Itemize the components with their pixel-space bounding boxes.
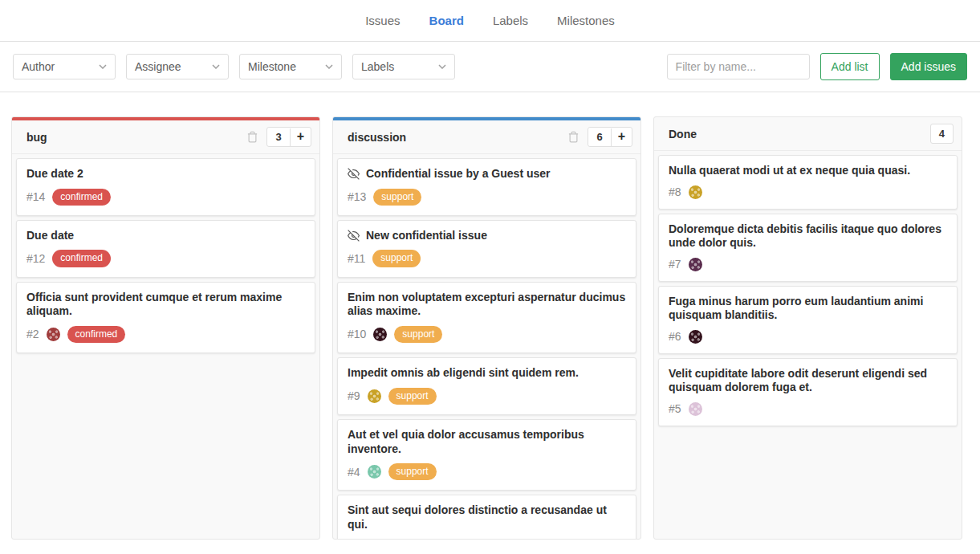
add-issue-to-list-button[interactable]: + [290, 128, 311, 146]
issue-id: #5 [669, 402, 681, 415]
issue-card[interactable]: Due date 2 #14 confirmed [16, 158, 315, 216]
issue-card[interactable]: Confidential issue by a Guest user #13 s… [337, 158, 636, 216]
label-badge[interactable]: support [372, 250, 421, 267]
board-list-discussion: discussion 6 + Confidential issue by a G… [332, 116, 641, 540]
label-badge[interactable]: support [388, 388, 437, 405]
label-badge[interactable]: confirmed [52, 189, 111, 206]
assignee-avatar[interactable] [368, 465, 381, 479]
issue-count-badge: 4 [931, 124, 953, 143]
delete-list-button[interactable] [246, 131, 258, 143]
issue-card[interactable]: Aut et vel quia dolor accusamus temporib… [337, 419, 636, 491]
assignee-avatar[interactable] [689, 258, 702, 271]
list-cards: Due date 2 #14 confirmed Due date #12 co… [12, 154, 319, 539]
issue-card[interactable]: Nulla quaerat modi ut at ex neque quia q… [658, 155, 958, 210]
board-list-bug: bug 3 + Due date 2 #14 confirmed D [11, 116, 320, 540]
labels-dropdown[interactable]: Labels [352, 54, 455, 79]
issue-title: Velit cupiditate labore odit deserunt el… [669, 367, 947, 395]
trash-icon [246, 131, 258, 143]
chevron-down-icon [99, 64, 107, 69]
chevron-down-icon [438, 64, 446, 69]
project-tabs: Issues Board Labels Milestones [0, 0, 980, 42]
issue-title: Enim non voluptatem excepturi aspernatur… [348, 291, 626, 319]
issue-card[interactable]: Impedit omnis ab eligendi sint quidem re… [337, 357, 636, 415]
label-badge[interactable]: support [388, 463, 437, 480]
list-title: discussion [341, 131, 406, 144]
issue-id: #11 [348, 252, 365, 265]
chevron-down-icon [212, 64, 220, 69]
issue-title: Aut et vel quia dolor accusamus temporib… [348, 428, 626, 456]
issue-id: #9 [348, 389, 360, 402]
assignee-avatar[interactable] [373, 328, 387, 341]
list-title: bug [20, 131, 47, 144]
assignee-avatar[interactable] [368, 389, 381, 403]
tab-board[interactable]: Board [425, 10, 469, 31]
issue-title: Doloremque dicta debitis facilis itaque … [669, 222, 947, 251]
issue-card[interactable]: Fuga minus harum porro eum laudantium an… [658, 286, 958, 354]
board-filter-bar: Author Assignee Milestone Labels Add lis… [0, 42, 980, 92]
issue-id: #6 [669, 330, 681, 343]
issue-card[interactable]: Due date #12 confirmed [16, 220, 315, 278]
label-badge[interactable]: confirmed [52, 250, 111, 267]
issue-id: #4 [348, 466, 360, 479]
issue-title: Due date 2 [26, 167, 305, 181]
issue-title: New confidential issue [348, 229, 626, 243]
issue-board: bug 3 + Due date 2 #14 confirmed D [0, 92, 980, 553]
filter-by-name-input[interactable] [667, 54, 810, 79]
assignee-avatar[interactable] [689, 330, 702, 344]
add-issue-to-list-button[interactable]: + [611, 128, 632, 146]
list-header: bug 3 + [12, 120, 319, 154]
issue-count-badge: 3 [267, 128, 289, 146]
list-header: Done 4 [654, 117, 962, 151]
issue-title: Fuga minus harum porro eum laudantium an… [669, 295, 947, 323]
issue-id: #2 [26, 328, 39, 340]
label-badge[interactable]: confirmed [67, 326, 126, 343]
issue-id: #7 [669, 258, 681, 271]
issue-card[interactable]: New confidential issue #11 support [337, 220, 636, 278]
trash-icon [567, 131, 579, 143]
issue-card[interactable]: Officia sunt provident cumque et rerum m… [16, 282, 315, 353]
tab-milestones[interactable]: Milestones [552, 10, 620, 31]
list-cards: Confidential issue by a Guest user #13 s… [333, 154, 640, 539]
add-issues-button[interactable]: Add issues [890, 53, 967, 80]
add-list-button[interactable]: Add list [820, 53, 880, 80]
issue-id: #13 [348, 190, 366, 203]
list-count-group: 4 [930, 124, 954, 144]
list-count-group: 3 + [266, 127, 311, 147]
issue-count-badge: 6 [588, 128, 610, 146]
board-list-done: Done 4 Nulla quaerat modi ut at ex neque… [653, 116, 962, 540]
label-badge[interactable]: support [373, 189, 421, 206]
issue-title: Sint aut sequi dolores distinctio a recu… [348, 503, 626, 532]
delete-list-button[interactable] [567, 131, 579, 143]
confidential-icon [348, 230, 360, 242]
label-badge[interactable]: support [394, 326, 442, 343]
author-dropdown[interactable]: Author [13, 54, 116, 79]
issue-title: Impedit omnis ab eligendi sint quidem re… [348, 366, 626, 381]
list-header: discussion 6 + [333, 120, 640, 154]
list-title: Done [662, 128, 697, 141]
assignee-avatar[interactable] [689, 185, 702, 199]
issue-card[interactable]: Enim non voluptatem excepturi aspernatur… [337, 282, 636, 353]
assignee-avatar[interactable] [689, 402, 702, 416]
tab-labels[interactable]: Labels [488, 10, 533, 31]
issue-id: #12 [26, 252, 45, 265]
list-cards: Nulla quaerat modi ut at ex neque quia q… [654, 151, 962, 539]
issue-card[interactable]: Sint aut sequi dolores distinctio a recu… [337, 495, 636, 539]
issue-id: #8 [669, 185, 681, 198]
assignee-dropdown-label: Assignee [135, 60, 181, 73]
issue-card[interactable]: Doloremque dicta debitis facilis itaque … [658, 214, 958, 282]
list-count-group: 6 + [588, 127, 632, 147]
assignee-dropdown[interactable]: Assignee [126, 54, 229, 79]
issue-title: Officia sunt provident cumque et rerum m… [26, 291, 305, 319]
confidential-icon [348, 168, 360, 180]
issue-id: #10 [348, 328, 366, 340]
issue-title: Confidential issue by a Guest user [348, 167, 626, 181]
issue-title: Due date [26, 229, 305, 243]
tab-issues[interactable]: Issues [360, 10, 405, 31]
milestone-dropdown[interactable]: Milestone [239, 54, 342, 79]
author-dropdown-label: Author [22, 60, 55, 73]
milestone-dropdown-label: Milestone [248, 60, 296, 73]
assignee-avatar[interactable] [47, 328, 60, 341]
labels-dropdown-label: Labels [361, 60, 394, 73]
issue-title: Nulla quaerat modi ut at ex neque quia q… [669, 164, 947, 178]
issue-card[interactable]: Velit cupiditate labore odit deserunt el… [658, 358, 958, 426]
